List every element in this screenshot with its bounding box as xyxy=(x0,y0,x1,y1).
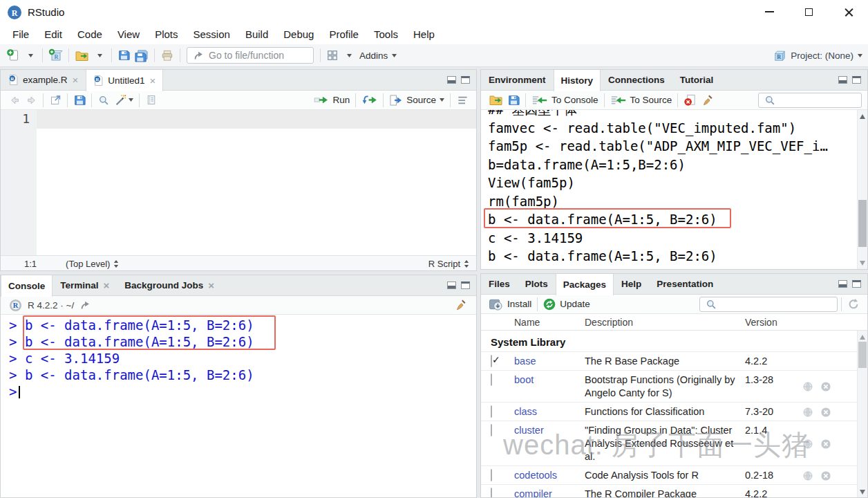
remove-entry-button[interactable] xyxy=(681,91,699,109)
pane-minimize-icon[interactable] xyxy=(447,282,456,289)
tab-terminal[interactable]: Terminal× xyxy=(53,275,117,295)
history-list[interactable]: ## 基因型个体famvec <- read.table("VEC_impute… xyxy=(481,110,867,270)
package-name-link[interactable]: compiler xyxy=(514,488,585,498)
scope-selector[interactable]: (Top Level) xyxy=(66,259,119,269)
pane-maximize-icon[interactable] xyxy=(852,280,861,288)
pane-maximize-icon[interactable] xyxy=(461,282,470,289)
package-name-link[interactable]: class xyxy=(514,405,585,418)
run-button[interactable]: Run xyxy=(312,91,352,109)
menu-view[interactable]: View xyxy=(110,25,147,44)
maximize-button[interactable] xyxy=(793,0,824,24)
tab-background-jobs[interactable]: Background Jobs× xyxy=(117,275,222,295)
package-checkbox[interactable] xyxy=(491,488,492,498)
remove-package-icon[interactable] xyxy=(821,407,831,417)
editor-content[interactable]: 1 xyxy=(1,110,476,255)
clear-console-button[interactable] xyxy=(452,296,469,314)
history-entry[interactable]: b=data.frame(A=1:5,B=2:6) xyxy=(488,156,855,174)
menu-tools[interactable]: Tools xyxy=(366,25,406,44)
pane-maximize-icon[interactable] xyxy=(461,76,470,84)
tab-example.r[interactable]: Rexample.R× xyxy=(1,70,86,90)
tab-packages[interactable]: Packages xyxy=(556,274,614,295)
history-entry[interactable]: b <- data.frame(A=1:5, B=2:6) xyxy=(488,210,855,229)
back-button[interactable] xyxy=(6,91,23,109)
close-button[interactable] xyxy=(833,0,864,24)
rerun-button[interactable] xyxy=(359,91,379,109)
new-file-button[interactable] xyxy=(4,46,22,64)
package-name-link[interactable]: codetools xyxy=(514,469,585,482)
browse-url-icon[interactable] xyxy=(803,382,813,391)
load-history-button[interactable] xyxy=(487,91,505,109)
history-entry[interactable]: c <- 3.14159 xyxy=(488,229,855,248)
tab-connections[interactable]: Connections xyxy=(601,70,672,90)
menu-profile[interactable]: Profile xyxy=(321,25,366,44)
open-recent-dropdown[interactable] xyxy=(91,46,108,64)
tab-environment[interactable]: Environment xyxy=(481,70,554,90)
scroll-up-icon[interactable] xyxy=(860,335,865,340)
close-icon[interactable]: × xyxy=(208,280,214,290)
clear-history-button[interactable] xyxy=(699,91,716,109)
history-entry[interactable]: View(fam5p) xyxy=(488,174,855,192)
scroll-down-icon[interactable] xyxy=(860,490,865,495)
menu-plots[interactable]: Plots xyxy=(147,25,185,44)
history-entry[interactable]: fam5p <- read.table("ADP_AXM_MIP_VEC_VEF… xyxy=(488,137,855,156)
new-project-button[interactable]: R xyxy=(46,46,65,64)
menu-build[interactable]: Build xyxy=(238,25,276,44)
browse-url-icon[interactable] xyxy=(803,471,813,481)
update-button[interactable]: Update xyxy=(541,295,592,313)
close-icon[interactable]: × xyxy=(104,280,110,290)
to-console-button[interactable]: To Console xyxy=(529,91,601,109)
file-type-selector[interactable]: R Script xyxy=(428,259,469,269)
menu-session[interactable]: Session xyxy=(186,25,238,44)
goto-file-input[interactable] xyxy=(209,50,308,61)
pane-layout-button[interactable] xyxy=(324,46,341,64)
history-search[interactable] xyxy=(758,93,862,108)
remove-package-icon[interactable] xyxy=(821,471,831,481)
scroll-down-icon[interactable] xyxy=(860,261,865,266)
package-checkbox[interactable] xyxy=(491,374,492,386)
forward-button[interactable] xyxy=(23,91,39,109)
outline-button[interactable] xyxy=(454,91,471,109)
tab-untitled1[interactable]: RUntitled1× xyxy=(86,70,163,91)
menu-edit[interactable]: Edit xyxy=(37,25,70,44)
packages-search-input[interactable] xyxy=(721,299,831,310)
open-in-window-button[interactable] xyxy=(47,91,64,109)
history-search-input[interactable] xyxy=(780,95,856,106)
tab-history[interactable]: History xyxy=(554,70,601,91)
install-button[interactable]: Install xyxy=(487,295,534,313)
remove-package-icon[interactable] xyxy=(821,439,831,449)
menu-help[interactable]: Help xyxy=(406,25,442,44)
new-file-dropdown[interactable] xyxy=(22,46,39,64)
close-icon[interactable]: × xyxy=(150,75,156,86)
open-file-button[interactable] xyxy=(73,46,91,64)
goto-file-search[interactable] xyxy=(187,47,314,64)
packages-search[interactable] xyxy=(699,297,838,312)
pane-minimize-icon[interactable] xyxy=(447,76,456,84)
package-checkbox[interactable] xyxy=(491,355,492,367)
save-all-button[interactable] xyxy=(132,46,151,64)
package-checkbox[interactable] xyxy=(491,469,492,481)
scrollbar-thumb[interactable] xyxy=(858,342,867,368)
menu-debug[interactable]: Debug xyxy=(276,25,321,44)
package-checkbox[interactable] xyxy=(491,405,492,418)
history-scrollbar[interactable] xyxy=(857,110,867,270)
history-entry[interactable]: b <- data.frame(A=1:5, B=2:6) xyxy=(488,247,855,266)
scrollbar-thumb[interactable] xyxy=(858,200,867,247)
to-source-button[interactable]: To Source xyxy=(608,91,674,109)
package-name-link[interactable]: base xyxy=(514,355,585,368)
editor-save-button[interactable] xyxy=(71,91,88,109)
history-entry[interactable]: ## 基因型个体 xyxy=(488,110,855,119)
history-entry[interactable]: famvec <- read.table("VEC_imputed.fam") xyxy=(488,119,855,138)
close-icon[interactable]: × xyxy=(73,75,79,85)
tab-help[interactable]: Help xyxy=(614,274,649,294)
tab-files[interactable]: Files xyxy=(481,274,518,294)
tab-presentation[interactable]: Presentation xyxy=(649,274,721,294)
history-entry[interactable]: rm(fam5p) xyxy=(488,192,855,211)
tab-tutorial[interactable]: Tutorial xyxy=(672,70,721,90)
save-history-button[interactable] xyxy=(505,91,522,109)
pane-minimize-icon[interactable] xyxy=(838,76,847,84)
menu-code[interactable]: Code xyxy=(70,25,110,44)
scroll-up-icon[interactable] xyxy=(860,114,865,119)
code-tools-button[interactable] xyxy=(112,91,135,109)
browse-url-icon[interactable] xyxy=(803,407,813,417)
menu-file[interactable]: File xyxy=(5,25,37,44)
